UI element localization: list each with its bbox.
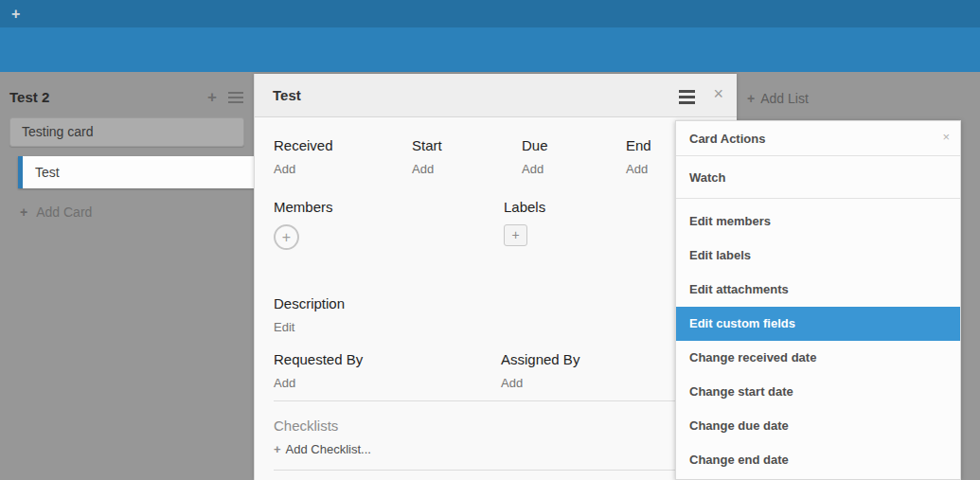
assigned-by-label: Assigned By: [501, 351, 579, 367]
members-labels-row: Members + Labels +: [274, 199, 718, 250]
end-label: End: [626, 137, 651, 153]
add-card-button[interactable]: +Add Card: [20, 204, 92, 220]
description-section: Description Edit: [274, 295, 718, 334]
menu-item-change-due-date[interactable]: Change due date: [676, 409, 960, 443]
card-actions-title: Card Actions: [676, 121, 960, 156]
board-header-bar: [0, 27, 980, 72]
card-detail-title: Test: [255, 74, 737, 117]
card-testing-card[interactable]: Testing card: [9, 117, 244, 147]
card-actions-list: Edit members Edit labels Edit attachment…: [676, 199, 960, 477]
top-navbar: +: [0, 0, 980, 27]
checklists-label: Checklists: [274, 418, 718, 434]
plus-icon: +: [274, 442, 281, 456]
section-divider: [274, 400, 718, 401]
assigned-by-section: Assigned By Add: [501, 351, 579, 390]
app-window: + Test 2 + Testing card Test +Add Card +…: [0, 0, 980, 480]
add-member-button[interactable]: +: [274, 224, 299, 250]
add-list-label: Add List: [760, 91, 809, 106]
section-divider: [274, 470, 718, 471]
close-icon[interactable]: ×: [942, 130, 950, 144]
labels-label: Labels: [504, 199, 545, 215]
add-card-label: Add Card: [36, 204, 92, 220]
requested-assigned-row: Requested By Add Assigned By Add: [274, 351, 718, 390]
labels-section: Labels +: [504, 199, 545, 250]
requested-by-add-link[interactable]: Add: [274, 376, 501, 390]
assigned-by-add-link[interactable]: Add: [501, 376, 579, 390]
menu-item-edit-labels[interactable]: Edit labels: [676, 239, 960, 273]
members-label: Members: [274, 199, 504, 215]
requested-by-label: Requested By: [274, 351, 501, 367]
card-test-selected[interactable]: Test: [18, 156, 254, 188]
add-checklist-button[interactable]: +Add Checklist...: [274, 442, 718, 456]
date-fields-row: Received Add Start Add Due Add End Add: [274, 137, 718, 176]
start-field: Start Add: [412, 137, 522, 176]
menu-item-watch[interactable]: Watch: [676, 156, 960, 199]
card-detail-header: Test ×: [255, 74, 737, 117]
received-add-link[interactable]: Add: [274, 162, 412, 176]
menu-item-change-end-date[interactable]: Change end date: [676, 443, 960, 477]
due-field: Due Add: [522, 137, 626, 176]
card-detail-body: Received Add Start Add Due Add End Add: [255, 117, 737, 471]
due-add-link[interactable]: Add: [522, 162, 626, 176]
description-label: Description: [274, 295, 718, 311]
start-label: Start: [412, 137, 522, 153]
close-icon[interactable]: ×: [713, 84, 723, 104]
due-label: Due: [522, 137, 626, 153]
add-label-button[interactable]: +: [504, 224, 527, 246]
card-actions-menu-icon[interactable]: [679, 90, 695, 107]
members-section: Members +: [274, 199, 504, 250]
menu-item-change-received-date[interactable]: Change received date: [676, 341, 960, 375]
requested-by-section: Requested By Add: [274, 351, 501, 390]
create-board-icon[interactable]: +: [11, 0, 20, 27]
plus-icon: +: [747, 91, 755, 106]
list-title[interactable]: Test 2: [9, 89, 49, 105]
menu-item-edit-custom-fields[interactable]: Edit custom fields: [676, 307, 960, 341]
received-label: Received: [274, 137, 412, 153]
description-edit-link[interactable]: Edit: [274, 320, 718, 334]
menu-item-change-start-date[interactable]: Change start date: [676, 375, 960, 409]
list-add-card-icon[interactable]: +: [207, 88, 217, 107]
menu-item-edit-members[interactable]: Edit members: [676, 204, 960, 239]
end-field: End Add: [626, 137, 651, 176]
add-list-button[interactable]: +Add List: [747, 91, 809, 106]
menu-item-edit-attachments[interactable]: Edit attachments: [676, 273, 960, 307]
received-field: Received Add: [274, 137, 412, 176]
card-detail-panel: Test × Received Add Start Add: [254, 74, 737, 480]
list-menu-icon[interactable]: [228, 92, 243, 106]
board-canvas: Test 2 + Testing card Test +Add Card +Ad…: [0, 72, 980, 480]
add-checklist-label: Add Checklist...: [286, 442, 371, 456]
plus-icon: +: [20, 204, 27, 220]
card-actions-menu: Card Actions × Watch Edit members Edit l…: [675, 120, 961, 480]
end-add-link[interactable]: Add: [626, 162, 651, 176]
start-add-link[interactable]: Add: [412, 162, 522, 176]
card-actions-header: Card Actions ×: [676, 121, 960, 156]
